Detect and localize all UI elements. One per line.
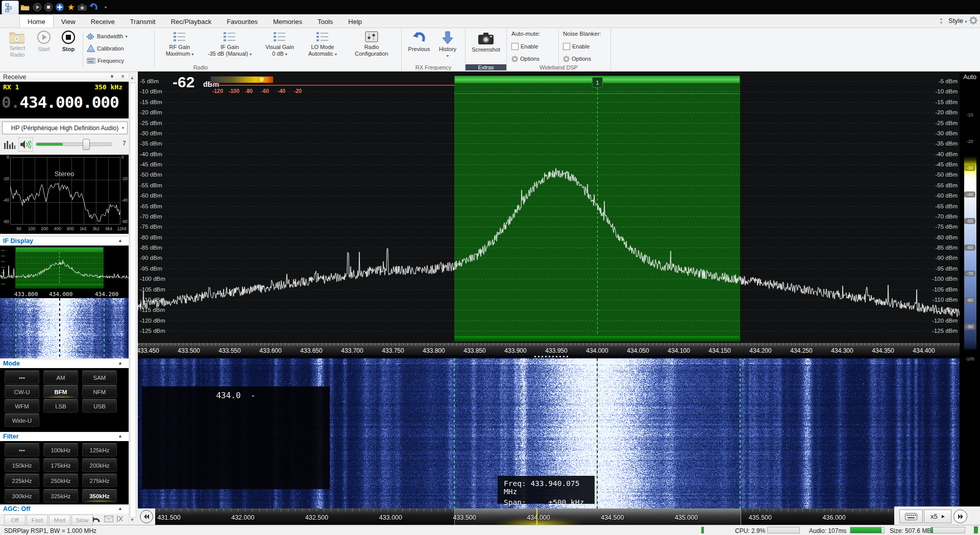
frequency-display[interactable]: 0.434.000.000 (2, 93, 119, 111)
if-display-panel[interactable]: 433.800 434.000 434.200 (0, 246, 129, 358)
waterfall-zoom-button[interactable]: x5▶ (924, 509, 951, 523)
filter-button-250khz[interactable]: 250kHz (43, 474, 79, 488)
open-folder-icon[interactable] (19, 2, 31, 13)
mode-button-sam[interactable]: SAM (82, 371, 117, 384)
filter-button-275khz[interactable]: 275kHz (82, 474, 117, 488)
mode-button-cwu[interactable]: CW-U (4, 385, 40, 399)
mode-button-nfm[interactable]: NFM (82, 385, 117, 399)
mute-speaker-button[interactable] (18, 137, 33, 152)
camera-icon[interactable] (77, 2, 88, 13)
filter-button-100khz[interactable]: 100kHz (43, 443, 79, 457)
app-menu-button[interactable] (2, 1, 19, 15)
menu-tab-home[interactable]: Home (19, 15, 54, 28)
panel-close-icon[interactable]: × (121, 73, 125, 80)
stop-button[interactable]: Stop (57, 30, 80, 53)
record-stop-icon[interactable] (43, 2, 54, 13)
agc-button-med[interactable]: Med (49, 515, 70, 526)
filter-button-[interactable]: ••• (4, 443, 40, 457)
scroll-down-icon[interactable]: ▼ (130, 518, 134, 522)
visual-gain-button[interactable]: Visual Gain 0 dB ▾ (258, 30, 301, 58)
filter-button-200khz[interactable]: 200kHz (82, 458, 117, 472)
frequency-lcd[interactable]: RX 1 350 kHz 0.434.000.000 (0, 82, 129, 118)
filter-button-350khz[interactable]: 350kHz (82, 489, 117, 503)
spectrum-freq-axis[interactable]: 433.450433.500433.550433.600433.650433.7… (138, 343, 960, 355)
mode-button-lsb[interactable]: LSB (43, 399, 79, 413)
mode-button-wideu[interactable]: Wide-U (4, 414, 40, 427)
volume-slider-handle[interactable] (83, 139, 90, 150)
filter-button-225khz[interactable]: 225kHz (4, 474, 40, 488)
scroll-up-icon[interactable]: ▲ (130, 76, 134, 80)
filter-button-175khz[interactable]: 175kHz (43, 458, 79, 472)
collapse-icon[interactable]: ▲ (118, 238, 122, 243)
mode-button-wfm[interactable]: WFM (4, 399, 40, 413)
band-scroll-right-button[interactable] (953, 509, 967, 523)
auto-mute-enable-checkbox[interactable]: Enable (511, 41, 538, 52)
collapse-icon[interactable]: ▲ (118, 433, 122, 439)
previous-button[interactable]: Previous (405, 30, 433, 53)
panel-scrollbar[interactable]: ▲ ▼ (129, 72, 136, 525)
collapse-icon[interactable]: ▲ (118, 506, 122, 511)
menu-tab-rec-playback[interactable]: Rec/Playback (163, 15, 219, 28)
panel-dropdown-icon[interactable]: ▼ (110, 74, 114, 79)
mode-button-usb[interactable]: USB (82, 399, 117, 413)
db-label-left: -65 dBm (140, 203, 162, 210)
lo-mode-button[interactable]: LO Mode Automatic ▾ (302, 30, 343, 58)
if-freq-axis: 433.800 434.000 434.200 (0, 291, 129, 298)
agc-button-fast[interactable]: Fast (27, 515, 48, 526)
filter-button-150khz[interactable]: 150kHz (4, 458, 40, 472)
noise-blanker-options-button[interactable]: Options (563, 54, 591, 64)
bandwidth-button[interactable]: Bandwidth▾ (87, 31, 127, 41)
menu-tab-receive[interactable]: Receive (83, 15, 122, 28)
scrollbar-thumb[interactable] (130, 83, 136, 518)
envelope-icon[interactable] (104, 516, 113, 522)
if-gain-button[interactable]: IF Gain -35 dB (Manual) ▾ (203, 30, 256, 58)
menu-tab-view[interactable]: View (54, 15, 83, 28)
filter-button-125khz[interactable]: 125kHz (82, 443, 117, 457)
radio-configuration-button[interactable]: RadioConfiguration (345, 30, 398, 57)
record-play-icon[interactable] (32, 2, 43, 13)
calibration-button[interactable]: Calibration (87, 43, 124, 54)
waterfall-palette-gradient[interactable] (964, 85, 976, 505)
equalizer-icon[interactable] (4, 140, 15, 149)
audio-device-select[interactable]: HP (Périphérique High Definition Audio) … (2, 121, 128, 134)
menu-tab-tools[interactable]: Tools (310, 15, 340, 28)
palette-auto-button[interactable]: Auto (960, 71, 980, 81)
pencil-icon[interactable] (116, 515, 124, 523)
quick-access-more-icon[interactable]: ▾ (100, 2, 111, 13)
history-button[interactable]: History ▾ (434, 30, 461, 59)
divider-drag-handle[interactable] (534, 356, 568, 357)
undo-icon[interactable] (88, 2, 99, 13)
menu-tab-help[interactable]: Help (340, 15, 370, 28)
region-marker-badge[interactable]: 1 (592, 77, 603, 88)
filter-button-300khz[interactable]: 300kHz (4, 489, 40, 503)
screenshot-button[interactable]: Screenshot (469, 30, 503, 53)
keyboard-button[interactable] (899, 509, 923, 523)
add-icon[interactable] (54, 2, 65, 13)
noise-blanker-enable-checkbox[interactable]: Enable (563, 41, 590, 52)
ribbon-collapse-icon[interactable]: ▲▼ (937, 17, 945, 26)
mode-button-[interactable]: ••• (4, 371, 40, 384)
start-button[interactable]: Start (33, 30, 55, 53)
style-menu[interactable]: Style ▾ (948, 17, 967, 25)
band-freq-label: 435.000 (666, 514, 707, 521)
menu-tab-favourites[interactable]: Favourites (219, 15, 265, 28)
rf-gain-button[interactable]: RF Gain Maximum ▾ (157, 30, 202, 58)
gear-icon[interactable] (969, 16, 977, 27)
agc-button-off[interactable]: Off (4, 515, 26, 526)
band-scrollbar[interactable]: 431.500432.000432.500433.000433.500434.0… (138, 508, 960, 525)
agc-button-slow[interactable]: Slow (71, 515, 93, 526)
menu-tab-transmit[interactable]: Transmit (122, 15, 163, 28)
collapse-icon[interactable]: ▲ (118, 360, 122, 366)
select-radio-button[interactable]: SelectRadio (4, 30, 31, 58)
audio-spectrum-panel[interactable]: Stereo 0-20-40-60 0-20-40-60 50100200400… (0, 155, 129, 234)
gear-icon (563, 56, 570, 62)
band-scroll-left-button[interactable] (140, 510, 153, 523)
mode-button-am[interactable]: AM (43, 371, 79, 384)
spectrum-canvas[interactable] (138, 71, 960, 343)
favourite-star-icon[interactable]: ★ (65, 2, 77, 13)
spectrum-freq-label: 434.350 (865, 347, 901, 354)
auto-mute-options-button[interactable]: Options (511, 54, 540, 64)
menu-tab-memories[interactable]: Memories (265, 15, 310, 28)
mode-button-bfm[interactable]: BFM (43, 385, 79, 399)
filter-button-325khz[interactable]: 325kHz (43, 489, 79, 503)
